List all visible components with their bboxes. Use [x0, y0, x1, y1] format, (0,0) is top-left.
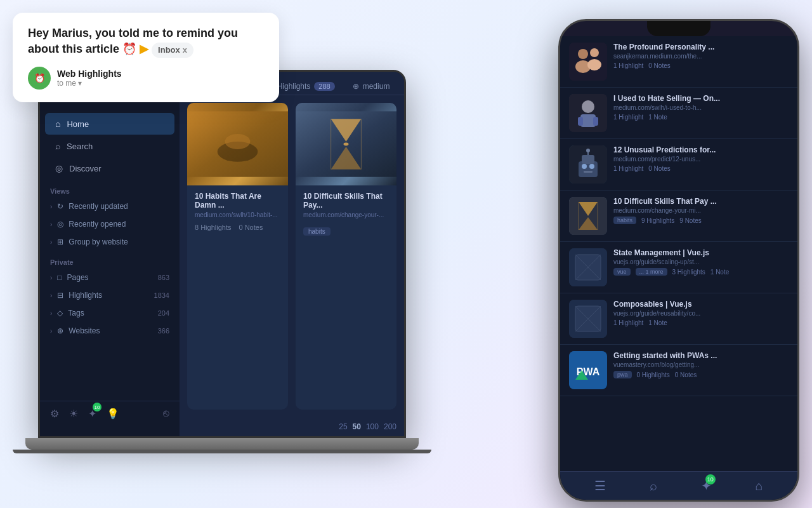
theme-icon[interactable]: ☀: [69, 408, 78, 420]
svg-rect-24: [584, 171, 593, 173]
phone-item-info: Composables | Vue.js vuejs.org/guide/reu…: [613, 300, 789, 326]
inbox-badge[interactable]: Inbox x: [152, 43, 193, 58]
phone-bottom-nav: ☰ ⌕ ✦ 10 ⌂: [560, 471, 797, 500]
card-habits[interactable]: 10 Habits That Are Damn ... medium.com/s…: [187, 103, 288, 410]
highlights-count: 1834: [154, 291, 169, 299]
svg-point-26: [586, 149, 590, 152]
phone-item-info: The Profound Personality ... seanjkernan…: [613, 43, 789, 69]
sidebar-item-highlights[interactable]: › ⊟ Highlights 1834: [40, 286, 180, 304]
home-label: Home: [67, 119, 89, 129]
laptop-container: ☁ ⌂ Home ⌕ Search ◎ Discover View: [38, 70, 406, 476]
logout-icon[interactable]: ⎋: [163, 408, 169, 420]
search-nav-icon[interactable]: ⌕: [650, 479, 657, 493]
svg-rect-21: [582, 155, 594, 164]
views-section-label: Views: [40, 180, 180, 197]
svg-point-10: [578, 49, 588, 59]
avatar: ⏰: [28, 67, 51, 90]
chevron-icon: ›: [50, 274, 52, 281]
websites-label: Websites: [69, 326, 100, 335]
dropdown-icon[interactable]: ▾: [78, 79, 82, 88]
list-item[interactable]: Composables | Vue.js vuejs.org/guide/reu…: [560, 293, 797, 345]
tags-count: 204: [158, 309, 169, 317]
inbox-close-icon[interactable]: x: [183, 44, 187, 56]
svg-point-23: [589, 164, 594, 169]
list-item[interactable]: 10 Difficult Skills That Pay ... medium.…: [560, 190, 797, 242]
card-url: medium.com/change-your-...: [303, 211, 389, 218]
phone-item-meta: 1 Highlight 1 Note: [613, 319, 789, 326]
sidebar-item-home[interactable]: ⌂ Home: [45, 113, 174, 135]
card-image-hourglass: [296, 103, 396, 185]
highlight-count: 1 Highlight: [613, 114, 643, 121]
app-container: ☁ ⌂ Home ⌕ Search ◎ Discover View: [40, 72, 404, 436]
phone-item-url: vuemastery.com/blog/getting...: [613, 361, 789, 368]
phone-item-meta: 1 Highlight 1 Note: [613, 114, 789, 121]
sidebar-view-recently-opened[interactable]: › ◎ Recently opened: [40, 215, 180, 233]
card-title: 10 Habits That Are Damn ...: [195, 192, 280, 210]
highlight-count: 1 Highlight: [613, 319, 643, 326]
home-nav-icon[interactable]: ⌂: [756, 479, 763, 493]
chevron-icon: ›: [50, 239, 52, 246]
pagination-100[interactable]: 100: [366, 422, 379, 431]
highlights-count: 8 Highlights: [195, 224, 231, 231]
recently-opened-icon: ◎: [57, 220, 63, 229]
sidebar-view-recently-updated[interactable]: › ↻ Recently updated: [40, 197, 180, 215]
card-meta: 8 Highlights 0 Notes: [195, 224, 280, 231]
sidebar: ☁ ⌂ Home ⌕ Search ◎ Discover View: [40, 72, 180, 436]
thumbnail: [569, 94, 607, 132]
recently-updated-icon: ↻: [57, 202, 63, 211]
email-subject: Hey Marius, you told me to remind you ab…: [28, 25, 264, 58]
card-body: 10 Habits That Are Damn ... medium.com/s…: [187, 185, 288, 237]
list-item[interactable]: I Used to Hate Selling — On... medium.co…: [560, 88, 797, 139]
sidebar-item-websites[interactable]: › ⊕ Websites 366: [40, 322, 180, 340]
list-nav-icon[interactable]: ☰: [594, 478, 606, 493]
inbox-label: Inbox: [158, 44, 180, 56]
sidebar-view-group-by-website[interactable]: › ⊞ Group by website: [40, 233, 180, 251]
laptop-frame: ☁ ⌂ Home ⌕ Search ◎ Discover View: [38, 70, 406, 438]
pagination-200[interactable]: 200: [384, 422, 396, 431]
thumbnail: [569, 197, 607, 235]
sidebar-item-search[interactable]: ⌕ Search: [45, 135, 174, 157]
pagination-25[interactable]: 25: [339, 422, 347, 431]
svg-point-12: [590, 48, 599, 57]
group-by-website-label: Group by website: [69, 237, 128, 246]
phone-item-info: 10 Difficult Skills That Pay ... medium.…: [613, 197, 789, 224]
sidebar-item-discover[interactable]: ◎ Discover: [45, 157, 174, 179]
websites-icon: ⊕: [57, 326, 63, 335]
private-section-label: Private: [40, 251, 180, 269]
main-content: □ Pages 212 ⊟ Highlights 288 ⊕ medium: [180, 72, 404, 436]
pages-count: 863: [158, 274, 169, 281]
to-label: to me: [57, 79, 76, 88]
phone-item-meta: 1 Highlight 0 Notes: [613, 165, 789, 172]
email-to: to me ▾: [57, 79, 122, 88]
search-icon: ⌕: [55, 141, 60, 151]
list-item[interactable]: 12 Unusual Predictions for... medium.com…: [560, 139, 797, 190]
card-skills[interactable]: 10 Difficult Skills That Pay... medium.c…: [296, 103, 396, 410]
list-item[interactable]: PWA Getting started with PWAs ... vuemas…: [560, 345, 797, 396]
bulb-icon[interactable]: 💡: [107, 408, 119, 420]
star-nav-icon[interactable]: ✦ 10: [701, 478, 712, 493]
email-sender-info: Web Highlights to me ▾: [57, 69, 122, 88]
phone-item-info: State Management | Vue.js vuejs.org/guid…: [613, 248, 789, 276]
alarm-icon: ⏰: [34, 73, 45, 83]
svg-point-13: [587, 59, 601, 70]
tab-medium[interactable]: ⊕ medium: [345, 78, 398, 95]
pages-icon: □: [57, 273, 62, 282]
svg-point-2: [225, 134, 251, 149]
phone-item-title: The Profound Personality ...: [613, 43, 789, 51]
chevron-icon: ›: [50, 221, 52, 228]
content-grid: 10 Habits That Are Damn ... medium.com/s…: [180, 95, 404, 417]
note-count: 0 Notes: [648, 62, 670, 69]
sidebar-item-pages[interactable]: › □ Pages 863: [40, 269, 180, 286]
phone-item-url: seanjkernan.medium.com/the...: [613, 53, 789, 60]
highlights-icon: ⊟: [57, 291, 63, 300]
websites-count: 366: [158, 327, 169, 335]
settings-icon[interactable]: ⚙: [50, 408, 59, 420]
starred-icon[interactable]: ✦10: [88, 408, 96, 420]
sender-name: Web Highlights: [57, 69, 122, 79]
list-item[interactable]: The Profound Personality ... seanjkernan…: [560, 36, 797, 88]
list-item[interactable]: State Management | Vue.js vuejs.org/guid…: [560, 242, 797, 293]
sidebar-item-tags[interactable]: › ◇ Tags 204: [40, 304, 180, 322]
card-url: medium.com/swlh/10-habit-...: [195, 211, 280, 218]
recently-updated-label: Recently updated: [69, 202, 128, 211]
pagination-50[interactable]: 50: [353, 422, 361, 431]
